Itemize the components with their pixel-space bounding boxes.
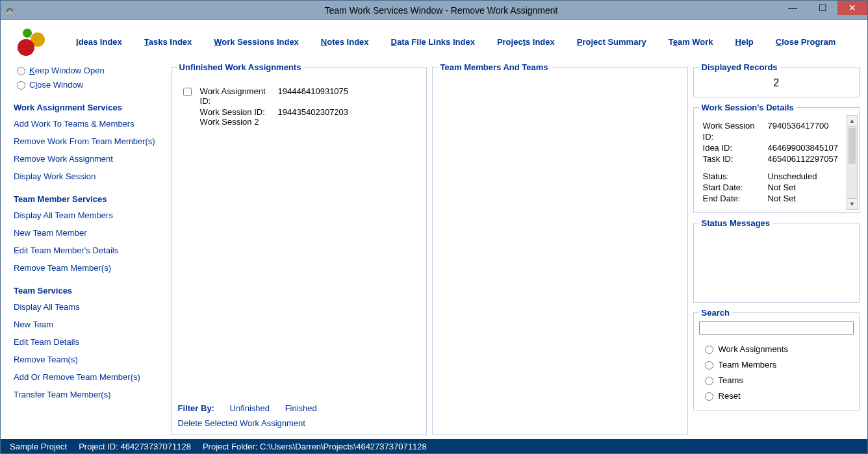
status-legend: Status Messages bbox=[699, 218, 773, 228]
displayed-count: 2 bbox=[699, 76, 854, 93]
app-icon bbox=[5, 5, 15, 16]
unfinished-assignments-box: Unfinished Work Assignments Work Assignm… bbox=[171, 62, 427, 435]
assignment-list: Work Assignment ID: 194446410931075 Work… bbox=[177, 76, 421, 401]
status-project: Sample Project bbox=[10, 442, 67, 451]
main-area: Keep Window Open Close Window Work Assig… bbox=[5, 60, 863, 439]
search-option-3[interactable]: Reset bbox=[702, 390, 854, 401]
status-pfolder: Project Folder: C:\Users\Darren\Projects… bbox=[203, 442, 427, 451]
content-area: Ideas IndexTasks IndexWork Sessions Inde… bbox=[1, 20, 867, 439]
maximize-button[interactable]: ☐ bbox=[808, 1, 837, 15]
search-box: Search Work AssignmentsTeam MembersTeams… bbox=[693, 308, 860, 410]
right-column: Displayed Records 2 Work Session's Detai… bbox=[693, 62, 860, 435]
statusbar: Sample Project Project ID: 4642737370711… bbox=[1, 439, 867, 453]
teams-box: Team Members And Teams bbox=[432, 62, 688, 435]
wsid-label: Work Session ID: bbox=[200, 107, 278, 117]
displayed-legend: Displayed Records bbox=[699, 62, 780, 72]
window-title: Team Work Services Window - Remove Work … bbox=[15, 5, 867, 16]
menu-item-4[interactable]: Data File Links Index bbox=[391, 37, 475, 47]
window-controls: — ☐ ✕ bbox=[778, 1, 867, 15]
sidebar-link[interactable]: Remove Work From Team Member(s) bbox=[14, 136, 166, 146]
scroll-up-icon[interactable]: ▲ bbox=[847, 116, 857, 127]
scroll-thumb[interactable] bbox=[849, 128, 856, 164]
titlebar: Team Work Services Window - Remove Work … bbox=[1, 1, 867, 20]
status-messages-box: Status Messages bbox=[693, 218, 860, 303]
keep-window-open-radio[interactable]: Keep Window Open bbox=[14, 65, 166, 75]
sidebar-link[interactable]: Transfer Team Member(s) bbox=[14, 390, 166, 399]
waid-label: Work Assignment ID: bbox=[200, 86, 278, 106]
logo bbox=[11, 26, 50, 58]
search-legend: Search bbox=[699, 308, 732, 318]
sidebar-link[interactable]: Add Or Remove Team Member(s) bbox=[14, 372, 166, 382]
menu-item-1[interactable]: Tasks Index bbox=[144, 37, 192, 47]
sidebar-link[interactable]: Edit Team Member's Details bbox=[14, 246, 166, 255]
teams-column: Team Members And Teams bbox=[432, 62, 688, 435]
section-head-0: Work Assignment Services bbox=[14, 103, 166, 112]
menu-item-5[interactable]: Projects Index bbox=[497, 37, 555, 47]
sidebar-link[interactable]: Edit Team Details bbox=[14, 337, 166, 347]
delete-assignment-link[interactable]: Delete Selected Work Assignment bbox=[177, 416, 421, 431]
menu-item-7[interactable]: Team Work bbox=[669, 37, 713, 47]
sidebar-link[interactable]: Remove Team Member(s) bbox=[14, 263, 166, 273]
minimize-button[interactable]: — bbox=[778, 1, 808, 15]
sidebar-link[interactable]: Display Work Session bbox=[14, 171, 166, 181]
menu-items: Ideas IndexTasks IndexWork Sessions Inde… bbox=[76, 37, 836, 47]
filter-finished[interactable]: Finished bbox=[285, 403, 317, 413]
menu-item-0[interactable]: Ideas Index bbox=[76, 37, 122, 47]
waid-value: 194446410931075 bbox=[278, 86, 348, 106]
search-option-2[interactable]: Teams bbox=[702, 375, 854, 385]
close-window-radio[interactable]: Close Window bbox=[14, 79, 166, 90]
menu-item-2[interactable]: Work Sessions Index bbox=[214, 37, 299, 47]
teams-legend: Team Members And Teams bbox=[438, 62, 551, 72]
filter-label: Filter By: bbox=[178, 403, 214, 413]
menu-item-8[interactable]: Help bbox=[735, 37, 754, 47]
assignments-column: Unfinished Work Assignments Work Assignm… bbox=[171, 62, 427, 435]
filter-unfinished[interactable]: Unfinished bbox=[230, 403, 270, 413]
section-head-1: Team Member Services bbox=[14, 194, 166, 204]
sidebar-link[interactable]: Add Work To Teams & Members bbox=[14, 119, 166, 129]
sidebar-link[interactable]: Display All Team Members bbox=[14, 210, 166, 220]
details-legend: Work Session's Details bbox=[699, 103, 797, 112]
sidebar-link[interactable]: Remove Team(s) bbox=[14, 355, 166, 364]
status-pid: Project ID: 464273737071128 bbox=[79, 442, 191, 451]
search-option-0[interactable]: Work Assignments bbox=[702, 344, 854, 354]
scroll-down-icon[interactable]: ▼ bbox=[847, 198, 857, 209]
sidebar-link[interactable]: New Team bbox=[14, 320, 166, 329]
menu-item-3[interactable]: Notes Index bbox=[321, 37, 369, 47]
details-content: Work Session ID:7940536417700 Idea ID:46… bbox=[699, 116, 854, 213]
ws-name: Work Session 2 bbox=[200, 117, 348, 127]
assignment-checkbox[interactable] bbox=[183, 88, 192, 96]
assignments-legend: Unfinished Work Assignments bbox=[177, 62, 304, 72]
work-session-details-box: Work Session's Details Work Session ID:7… bbox=[693, 103, 860, 213]
assignment-row[interactable]: Work Assignment ID: 194446410931075 Work… bbox=[181, 86, 417, 127]
search-option-1[interactable]: Team Members bbox=[702, 359, 854, 370]
sidebar-link[interactable]: Display All Teams bbox=[14, 302, 166, 312]
svg-rect-0 bbox=[6, 12, 14, 14]
sidebar-link[interactable]: Remove Work Assignment bbox=[14, 154, 166, 164]
close-button[interactable]: ✕ bbox=[837, 1, 867, 15]
displayed-records-box: Displayed Records 2 bbox=[693, 62, 860, 97]
section-head-2: Team Services bbox=[14, 286, 166, 296]
sidebar-link[interactable]: New Team Member bbox=[14, 228, 166, 238]
wsid-value: 194435402307203 bbox=[278, 107, 348, 117]
details-scrollbar[interactable]: ▲ ▼ bbox=[847, 115, 858, 210]
left-sidebar: Keep Window Open Close Window Work Assig… bbox=[8, 62, 166, 435]
app-window: Team Work Services Window - Remove Work … bbox=[0, 0, 868, 454]
menu-item-6[interactable]: Project Summary bbox=[577, 37, 646, 47]
menubar: Ideas IndexTasks IndexWork Sessions Inde… bbox=[5, 24, 863, 60]
filter-row: Filter By: Unfinished Finished bbox=[177, 401, 421, 416]
menu-item-9[interactable]: Close Program bbox=[776, 37, 836, 47]
search-input[interactable] bbox=[699, 322, 854, 334]
